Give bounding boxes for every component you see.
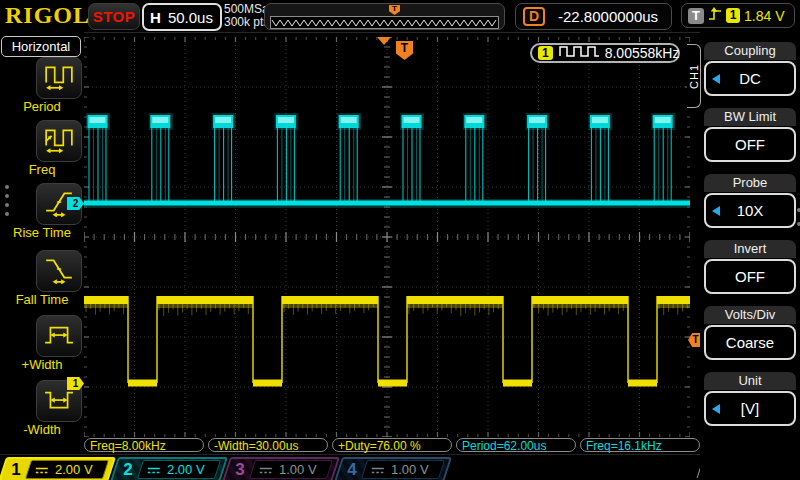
measurement-bar: Freq=8.00kHz-Width=30.00us+Duty=76.00 %P… [84, 438, 704, 454]
horizontal-scale-label: H [150, 9, 161, 26]
counter-value: 8.00558kHz [605, 45, 680, 61]
counter-channel-badge: 1 [538, 46, 553, 60]
menu-value-unit[interactable]: [V] [704, 391, 796, 426]
horizontal-scale-box[interactable]: H 50.0us [142, 3, 222, 31]
menu-value-text: 10X [737, 202, 764, 219]
menu-label-unit: Unit [704, 372, 796, 390]
delay-offset-box[interactable]: D -22.8000000us [515, 3, 672, 30]
menu-value-probe[interactable]: 10X [704, 193, 796, 228]
frequency-counter-badge: 1 8.00558kHz [530, 43, 680, 63]
channel-scale-value: 2.00 V [167, 462, 205, 477]
period-icon [42, 61, 76, 95]
preview-waveform-strip [270, 16, 499, 29]
trigger-position-mini-icon[interactable]: T [389, 5, 400, 15]
left-menu-label: Freq [0, 162, 84, 177]
left-menu-label: Rise Time [0, 225, 84, 240]
menu-label-probe: Probe [704, 174, 796, 192]
left-menu-button--width[interactable] [36, 315, 82, 357]
measurement-item[interactable]: +Duty=76.00 % [332, 438, 452, 452]
channel-scale-box: 2.00 V [137, 460, 221, 479]
menu-label-volts-div: Volts/Div [704, 306, 796, 324]
channel-scale-box: 2.00 V [25, 460, 109, 479]
waveform-preview[interactable]: T [264, 3, 505, 30]
scope-display: T 1 8.00558kHz 2 1 T [84, 37, 690, 437]
menu-value-text: OFF [735, 268, 765, 285]
measurement-item[interactable]: Freq=8.00kHz [84, 438, 204, 452]
left-menu-button-period[interactable] [36, 57, 82, 99]
dc-coupling-icon [147, 461, 161, 479]
chevron-left-icon [712, 74, 720, 84]
freq-icon [42, 124, 76, 158]
left-menu-button-fall-time[interactable] [36, 250, 82, 292]
square-wave-icon [558, 44, 600, 62]
rigol-logo: RIGOL [5, 2, 90, 29]
trigger-label: T [688, 8, 704, 24]
channel-number: 1 [4, 459, 28, 480]
channel-scale-box: 1.00 V [249, 460, 333, 479]
graticule-and-waveforms [84, 37, 690, 437]
menu-channel-tab[interactable]: CH1 [687, 44, 701, 108]
horizontal-scale-value: 50.0us [168, 9, 213, 26]
menu-label-coupling: Coupling [704, 42, 796, 60]
delay-value: -22.8000000us [558, 8, 658, 25]
measurement-item[interactable]: Period=62.00us [456, 438, 576, 452]
menu-value-volts-div[interactable]: Coarse [704, 325, 796, 360]
channel-indicator-ch3[interactable]: 31.00 V [222, 457, 340, 480]
menu-value-text: DC [739, 70, 761, 87]
menu-value-coupling[interactable]: DC [704, 61, 796, 96]
trigger-position-icon[interactable] [377, 37, 391, 45]
trigger-info-box[interactable]: T 1 1.84 V [681, 3, 795, 28]
left-menu-label: +Width [0, 357, 84, 372]
trigger-slope-icon [708, 6, 722, 26]
channel-indicator-ch2[interactable]: 22.00 V [110, 457, 228, 480]
right-soft-menu: CH1 CouplingDCBW LimitOFFProbe10XInvertO… [700, 32, 800, 480]
menu-value-text: [V] [741, 400, 759, 417]
page-dot [5, 203, 9, 207]
channel-number: 2 [116, 459, 140, 480]
channel-scale-value: 2.00 V [55, 462, 93, 477]
left-menu-button-freq[interactable] [36, 120, 82, 162]
channel-number: 4 [340, 459, 364, 480]
fall-time-icon [42, 254, 76, 288]
left-menu-label: -Width [0, 422, 84, 437]
menu-value-text: Coarse [726, 334, 774, 351]
left-menu-title: Horizontal [1, 36, 81, 57]
channel-scale-value: 1.00 V [279, 462, 317, 477]
chevron-left-icon [712, 404, 720, 414]
run-stop-status[interactable]: STOP [88, 3, 140, 30]
trigger-source-badge: 1 [726, 8, 740, 23]
delay-label: D [523, 7, 545, 26]
measurement-item[interactable]: -Width=30.00us [208, 438, 328, 452]
page-dot [5, 194, 9, 198]
menu-value-text: OFF [735, 136, 765, 153]
plus-width-icon [42, 319, 76, 353]
menu-label-invert: Invert [704, 240, 796, 258]
oscilloscope-screen: RIGOL STOP H 50.0us 500MSa/s 300k pts T … [0, 0, 800, 480]
preview-waveform-icon [271, 17, 498, 28]
page-dot [5, 212, 9, 216]
menu-label-bw-limit: BW Limit [704, 108, 796, 126]
channel-indicator-ch4[interactable]: 41.00 V [334, 457, 452, 480]
channel-status-bar: 12.00 V22.00 V31.00 V41.00 V [0, 454, 800, 480]
channel-number: 3 [228, 459, 252, 480]
left-menu-label: Period [0, 99, 84, 114]
measurement-item[interactable]: Freq=16.1kHz [580, 438, 700, 452]
channel-scale-value: 1.00 V [391, 462, 429, 477]
chevron-left-icon [712, 206, 720, 216]
channel-scale-box: 1.00 V [361, 460, 445, 479]
dc-coupling-icon [371, 461, 385, 479]
status-bar: RIGOL STOP H 50.0us 500MSa/s 300k pts T … [0, 0, 800, 33]
dc-coupling-icon [35, 461, 49, 479]
left-menu-label: Fall Time [0, 292, 84, 307]
page-dot [5, 185, 9, 189]
channel-indicator-ch1[interactable]: 12.00 V [0, 457, 116, 480]
menu-value-bw-limit[interactable]: OFF [704, 127, 796, 162]
menu-value-invert[interactable]: OFF [704, 259, 796, 294]
trigger-level-value: 1.84 V [744, 8, 784, 24]
dc-coupling-icon [259, 461, 273, 479]
